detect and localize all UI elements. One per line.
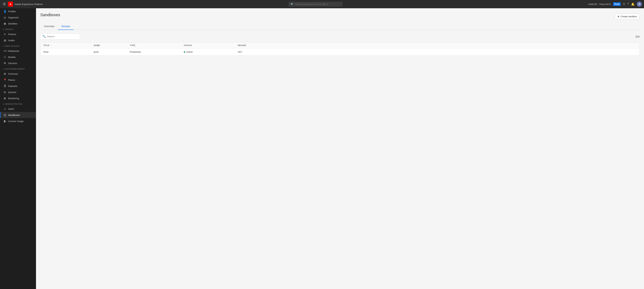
sidebar: 👤 Profiles ◎ Segments ◉ Identities ▾ PRI… — [0, 8, 36, 289]
sidebar-item-places[interactable]: 📍 Places — [0, 77, 36, 83]
cell-region: VA7 — [238, 50, 636, 53]
table-header: TITLE ↑ NAME TYPE STATUS REGION — [40, 42, 640, 48]
cell-status: Active — [184, 50, 238, 53]
chevron-down-icon: ▾ — [3, 45, 4, 47]
status-label: Active — [186, 50, 192, 53]
prod-environment-badge[interactable]: Prod — [613, 2, 621, 6]
monitoring-icon: ⊠ — [4, 97, 6, 100]
global-search-bar[interactable]: 🔍 — [288, 2, 342, 7]
user-label: AAM DS — [588, 3, 598, 6]
sidebar-item-monitoring[interactable]: ⊠ Monitoring — [0, 95, 36, 101]
sidebar-item-label: Schemas — [8, 72, 18, 75]
sidebar-item-label: Queries — [8, 91, 16, 94]
hamburger-menu-icon[interactable]: ☰ — [2, 2, 6, 7]
chevron-down-icon: ▾ — [3, 68, 4, 70]
search-icon: 🔍 — [42, 35, 46, 38]
search-icon: 🔍 — [291, 3, 294, 6]
create-sandbox-button[interactable]: ⊕ Create sandbox — [615, 14, 640, 19]
app-name-label: Adobe Experience Platform — [14, 3, 43, 6]
nav-right: AAM DS Prod (VA7) Prod ⠿ ? 🔔 A — [588, 2, 642, 7]
top-right-area: ⊟⊟ — [635, 35, 640, 38]
column-filter-icon[interactable]: ⊟⊟ — [635, 35, 640, 38]
sidebar-item-label: Places — [8, 79, 15, 81]
sidebar-item-label: Policies — [8, 33, 16, 36]
sidebar-item-schemas[interactable]: ⊞ Schemas — [0, 71, 36, 77]
sidebar-item-audits[interactable]: ▤ Audits — [0, 37, 36, 43]
chevron-down-icon: ▾ — [3, 28, 4, 30]
adobe-logo: A — [8, 2, 13, 7]
notifications-icon[interactable]: 🔔 — [631, 2, 635, 6]
schemas-icon: ⊞ — [4, 72, 6, 75]
license-usage-icon: ◧ — [4, 120, 6, 122]
notebooks-icon: </> — [4, 50, 6, 52]
column-header-status[interactable]: STATUS — [184, 44, 238, 46]
page-title: Sandboxes — [40, 12, 60, 17]
chevron-down-icon: ▾ — [3, 103, 4, 105]
column-header-type[interactable]: TYPE — [130, 44, 184, 46]
datasets-icon: 🗄 — [4, 84, 6, 88]
main-layout: 👤 Profiles ◎ Segments ◉ Identities ▾ PRI… — [0, 8, 644, 289]
sort-icon: ↑ — [50, 44, 51, 46]
places-icon: 📍 — [4, 78, 6, 81]
help-icon[interactable]: ? — [627, 2, 629, 6]
main-content: Sandboxes ⊕ Create sandbox Overview Brow… — [36, 8, 644, 289]
page-header-row: Sandboxes ⊕ Create sandbox — [40, 12, 640, 20]
profile-icon: 👤 — [4, 10, 6, 13]
sandboxes-tabs: Overview Browse — [40, 23, 640, 30]
sidebar-section-privacy: ▾ PRIVACY — [0, 27, 36, 31]
plus-icon: ⊕ — [617, 15, 619, 18]
models-icon: ⬡ — [4, 56, 6, 58]
cell-title: Prod — [44, 50, 94, 53]
sidebar-item-notebooks[interactable]: </> Notebooks — [0, 48, 36, 54]
column-header-title[interactable]: TITLE ↑ — [44, 44, 94, 46]
nav-center: 🔍 — [44, 2, 587, 7]
sidebar-item-label: Audits — [8, 39, 14, 42]
sidebar-item-segments[interactable]: ◎ Segments — [0, 14, 36, 20]
grid-icon[interactable]: ⠿ — [623, 2, 625, 6]
tab-browse[interactable]: Browse — [58, 23, 74, 30]
sidebar-item-label: Profiles — [8, 10, 16, 13]
sidebar-item-label: Sandboxes — [8, 114, 20, 116]
sidebar-item-label: Identities — [8, 22, 18, 25]
sidebar-item-label: Alerts — [8, 108, 14, 110]
column-header-region[interactable]: REGION — [238, 44, 636, 46]
sidebar-section-administration: ▾ ADMINISTRATION — [0, 101, 36, 106]
sidebar-item-policies[interactable]: ✦ Policies — [0, 31, 36, 37]
sidebar-item-alerts[interactable]: ⚠ Alerts — [0, 106, 36, 112]
top-nav: ☰ A Adobe Experience Platform 🔍 AAM DS P… — [0, 0, 644, 8]
column-header-name[interactable]: NAME — [94, 44, 130, 46]
tab-overview[interactable]: Overview — [40, 23, 58, 30]
cell-type: Production — [130, 50, 184, 53]
sandboxes-table: TITLE ↑ NAME TYPE STATUS REGION Prod — [40, 42, 640, 56]
sidebar-section-data-science: ▾ DATA SCIENCE — [0, 43, 36, 48]
status-dot — [184, 51, 185, 53]
sidebar-item-datasets[interactable]: 🗄 Datasets — [0, 83, 36, 89]
sidebar-item-identities[interactable]: ◉ Identities — [0, 20, 36, 27]
avatar[interactable]: A — [637, 2, 642, 7]
sidebar-section-data-management: ▾ DATA MANAGEMENT — [0, 66, 36, 71]
search-wrap[interactable]: 🔍 — [40, 34, 80, 40]
sidebar-item-license-usage[interactable]: ◧ License Usage — [0, 118, 36, 124]
sidebar-item-sandboxes[interactable]: ◫ Sandboxes — [0, 112, 36, 118]
sidebar-item-queries[interactable]: ⊟ Queries — [0, 89, 36, 95]
sandboxes-icon: ◫ — [4, 114, 6, 116]
global-search-input[interactable] — [295, 3, 340, 6]
sidebar-item-models[interactable]: ⬡ Models — [0, 54, 36, 60]
table-row[interactable]: Prod prod Production Active VA7 — [40, 48, 640, 56]
sidebar-item-label: Segments — [8, 16, 19, 19]
policies-icon: ✦ — [4, 33, 6, 36]
sidebar-item-label: Models — [8, 56, 16, 58]
nav-left: ☰ A Adobe Experience Platform — [2, 2, 43, 7]
alerts-icon: ⚠ — [4, 108, 6, 110]
browse-toolbar: 🔍 ⊟⊟ — [40, 34, 640, 40]
sidebar-item-label: Datasets — [8, 85, 17, 88]
sidebar-item-label: Notebooks — [8, 50, 19, 52]
services-icon: ⚙ — [4, 62, 6, 64]
org-label: Prod (VA7) — [599, 3, 611, 6]
sidebar-item-profiles[interactable]: 👤 Profiles — [0, 8, 36, 14]
sidebar-item-label: Services — [8, 62, 17, 64]
search-input[interactable] — [47, 35, 78, 38]
identities-icon: ◉ — [4, 22, 6, 25]
segments-icon: ◎ — [4, 16, 6, 19]
sidebar-item-services[interactable]: ⚙ Services — [0, 60, 36, 66]
